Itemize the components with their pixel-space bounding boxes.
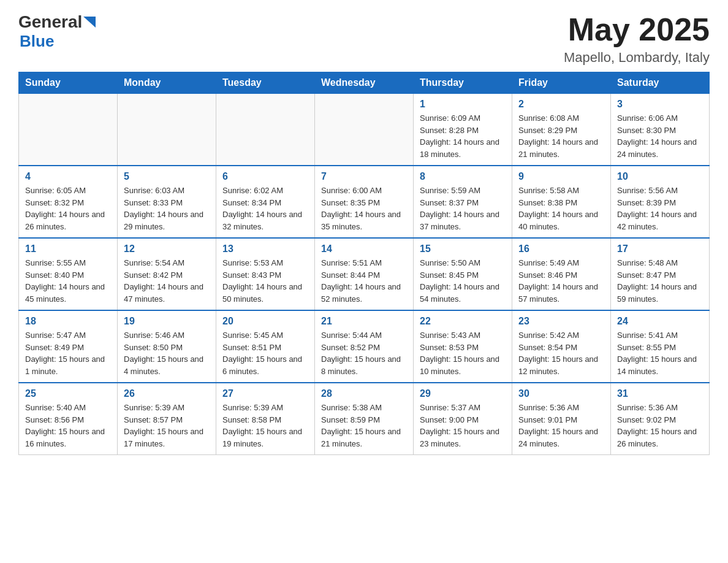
day-info: Sunrise: 5:39 AMSunset: 8:57 PMDaylight:… bbox=[124, 402, 210, 450]
day-info: Sunrise: 5:50 AMSunset: 8:45 PMDaylight:… bbox=[420, 257, 506, 305]
calendar-cell: 5Sunrise: 6:03 AMSunset: 8:33 PMDaylight… bbox=[118, 166, 216, 238]
calendar-week-row: 4Sunrise: 6:05 AMSunset: 8:32 PMDaylight… bbox=[19, 166, 710, 238]
calendar-cell: 16Sunrise: 5:49 AMSunset: 8:46 PMDayligh… bbox=[512, 238, 611, 310]
calendar-day-header: Saturday bbox=[611, 72, 710, 94]
calendar-cell: 17Sunrise: 5:48 AMSunset: 8:47 PMDayligh… bbox=[611, 238, 710, 310]
day-number: 11 bbox=[25, 243, 111, 255]
day-info: Sunrise: 5:38 AMSunset: 8:59 PMDaylight:… bbox=[321, 402, 407, 450]
day-number: 16 bbox=[518, 243, 604, 255]
calendar-cell: 18Sunrise: 5:47 AMSunset: 8:49 PMDayligh… bbox=[19, 310, 118, 383]
day-number: 2 bbox=[518, 99, 604, 110]
day-number: 28 bbox=[321, 388, 407, 399]
day-info: Sunrise: 5:47 AMSunset: 8:49 PMDaylight:… bbox=[25, 329, 111, 377]
day-info: Sunrise: 5:40 AMSunset: 8:56 PMDaylight:… bbox=[25, 402, 111, 450]
day-info: Sunrise: 5:36 AMSunset: 9:02 PMDaylight:… bbox=[617, 402, 703, 450]
calendar-cell: 22Sunrise: 5:43 AMSunset: 8:53 PMDayligh… bbox=[414, 310, 512, 383]
day-info: Sunrise: 5:46 AMSunset: 8:50 PMDaylight:… bbox=[124, 329, 210, 377]
day-number: 6 bbox=[222, 171, 308, 182]
calendar-cell: 14Sunrise: 5:51 AMSunset: 8:44 PMDayligh… bbox=[315, 238, 414, 310]
calendar-cell bbox=[19, 94, 118, 166]
day-number: 7 bbox=[321, 171, 407, 182]
calendar-cell: 4Sunrise: 6:05 AMSunset: 8:32 PMDaylight… bbox=[19, 166, 118, 238]
day-number: 18 bbox=[25, 316, 111, 327]
calendar-cell: 26Sunrise: 5:39 AMSunset: 8:57 PMDayligh… bbox=[118, 383, 216, 455]
day-info: Sunrise: 5:41 AMSunset: 8:55 PMDaylight:… bbox=[617, 329, 703, 377]
day-number: 26 bbox=[124, 388, 210, 399]
calendar-cell: 9Sunrise: 5:58 AMSunset: 8:38 PMDaylight… bbox=[512, 166, 611, 238]
calendar-cell: 20Sunrise: 5:45 AMSunset: 8:51 PMDayligh… bbox=[216, 310, 315, 383]
day-info: Sunrise: 6:00 AMSunset: 8:35 PMDaylight:… bbox=[321, 185, 407, 232]
day-info: Sunrise: 5:42 AMSunset: 8:54 PMDaylight:… bbox=[518, 329, 604, 377]
day-info: Sunrise: 5:39 AMSunset: 8:58 PMDaylight:… bbox=[222, 402, 308, 450]
calendar-cell: 25Sunrise: 5:40 AMSunset: 8:56 PMDayligh… bbox=[19, 383, 118, 455]
day-number: 1 bbox=[420, 99, 506, 110]
day-number: 23 bbox=[518, 316, 604, 327]
calendar-week-row: 18Sunrise: 5:47 AMSunset: 8:49 PMDayligh… bbox=[19, 310, 710, 383]
calendar-cell: 6Sunrise: 6:02 AMSunset: 8:34 PMDaylight… bbox=[216, 166, 315, 238]
calendar-day-header: Sunday bbox=[19, 72, 118, 94]
day-number: 14 bbox=[321, 243, 407, 255]
calendar-cell: 7Sunrise: 6:00 AMSunset: 8:35 PMDaylight… bbox=[315, 166, 414, 238]
day-info: Sunrise: 6:03 AMSunset: 8:33 PMDaylight:… bbox=[124, 185, 210, 232]
day-info: Sunrise: 5:37 AMSunset: 9:00 PMDaylight:… bbox=[420, 402, 506, 450]
calendar-table: SundayMondayTuesdayWednesdayThursdayFrid… bbox=[18, 72, 710, 455]
svg-marker-0 bbox=[83, 17, 96, 28]
calendar-day-header: Friday bbox=[512, 72, 611, 94]
day-info: Sunrise: 5:56 AMSunset: 8:39 PMDaylight:… bbox=[617, 185, 703, 232]
day-number: 3 bbox=[617, 99, 703, 110]
day-number: 27 bbox=[222, 388, 308, 399]
logo: General Blue bbox=[18, 12, 96, 51]
calendar-cell: 27Sunrise: 5:39 AMSunset: 8:58 PMDayligh… bbox=[216, 383, 315, 455]
day-info: Sunrise: 5:55 AMSunset: 8:40 PMDaylight:… bbox=[25, 257, 111, 305]
calendar-week-row: 1Sunrise: 6:09 AMSunset: 8:28 PMDaylight… bbox=[19, 94, 710, 166]
day-info: Sunrise: 6:08 AMSunset: 8:29 PMDaylight:… bbox=[518, 112, 604, 160]
day-number: 21 bbox=[321, 316, 407, 327]
day-number: 24 bbox=[617, 316, 703, 327]
day-info: Sunrise: 5:48 AMSunset: 8:47 PMDaylight:… bbox=[617, 257, 703, 305]
calendar-week-row: 25Sunrise: 5:40 AMSunset: 8:56 PMDayligh… bbox=[19, 383, 710, 455]
calendar-header-row: SundayMondayTuesdayWednesdayThursdayFrid… bbox=[19, 72, 710, 94]
calendar-cell: 11Sunrise: 5:55 AMSunset: 8:40 PMDayligh… bbox=[19, 238, 118, 310]
calendar-day-header: Thursday bbox=[414, 72, 512, 94]
calendar-cell: 1Sunrise: 6:09 AMSunset: 8:28 PMDaylight… bbox=[414, 94, 512, 166]
calendar-cell: 12Sunrise: 5:54 AMSunset: 8:42 PMDayligh… bbox=[118, 238, 216, 310]
calendar-cell: 28Sunrise: 5:38 AMSunset: 8:59 PMDayligh… bbox=[315, 383, 414, 455]
day-info: Sunrise: 5:44 AMSunset: 8:52 PMDaylight:… bbox=[321, 329, 407, 377]
day-number: 31 bbox=[617, 388, 703, 399]
day-info: Sunrise: 5:49 AMSunset: 8:46 PMDaylight:… bbox=[518, 257, 604, 305]
day-info: Sunrise: 5:45 AMSunset: 8:51 PMDaylight:… bbox=[222, 329, 308, 377]
day-number: 17 bbox=[617, 243, 703, 255]
day-number: 20 bbox=[222, 316, 308, 327]
calendar-cell: 2Sunrise: 6:08 AMSunset: 8:29 PMDaylight… bbox=[512, 94, 611, 166]
day-number: 10 bbox=[617, 171, 703, 182]
day-number: 25 bbox=[25, 388, 111, 399]
day-number: 29 bbox=[420, 388, 506, 399]
calendar-cell: 21Sunrise: 5:44 AMSunset: 8:52 PMDayligh… bbox=[315, 310, 414, 383]
day-number: 9 bbox=[518, 171, 604, 182]
day-number: 13 bbox=[222, 243, 308, 255]
day-number: 12 bbox=[124, 243, 210, 255]
calendar-cell: 8Sunrise: 5:59 AMSunset: 8:37 PMDaylight… bbox=[414, 166, 512, 238]
calendar-day-header: Monday bbox=[118, 72, 216, 94]
calendar-cell: 3Sunrise: 6:06 AMSunset: 8:30 PMDaylight… bbox=[611, 94, 710, 166]
logo-arrow-icon bbox=[83, 17, 96, 28]
day-number: 4 bbox=[25, 171, 111, 182]
day-info: Sunrise: 5:54 AMSunset: 8:42 PMDaylight:… bbox=[124, 257, 210, 305]
calendar-cell: 23Sunrise: 5:42 AMSunset: 8:54 PMDayligh… bbox=[512, 310, 611, 383]
page-header: General Blue May 2025 Mapello, Lombardy,… bbox=[18, 12, 710, 66]
day-info: Sunrise: 6:02 AMSunset: 8:34 PMDaylight:… bbox=[222, 185, 308, 232]
day-info: Sunrise: 6:05 AMSunset: 8:32 PMDaylight:… bbox=[25, 185, 111, 232]
day-info: Sunrise: 5:58 AMSunset: 8:38 PMDaylight:… bbox=[518, 185, 604, 232]
calendar-cell: 31Sunrise: 5:36 AMSunset: 9:02 PMDayligh… bbox=[611, 383, 710, 455]
calendar-cell: 15Sunrise: 5:50 AMSunset: 8:45 PMDayligh… bbox=[414, 238, 512, 310]
day-info: Sunrise: 5:59 AMSunset: 8:37 PMDaylight:… bbox=[420, 185, 506, 232]
day-number: 5 bbox=[124, 171, 210, 182]
month-title: May 2025 bbox=[564, 12, 710, 47]
calendar-cell: 10Sunrise: 5:56 AMSunset: 8:39 PMDayligh… bbox=[611, 166, 710, 238]
day-info: Sunrise: 6:06 AMSunset: 8:30 PMDaylight:… bbox=[617, 112, 703, 160]
calendar-cell bbox=[315, 94, 414, 166]
day-info: Sunrise: 5:53 AMSunset: 8:43 PMDaylight:… bbox=[222, 257, 308, 305]
calendar-cell bbox=[216, 94, 315, 166]
day-number: 30 bbox=[518, 388, 604, 399]
day-number: 19 bbox=[124, 316, 210, 327]
